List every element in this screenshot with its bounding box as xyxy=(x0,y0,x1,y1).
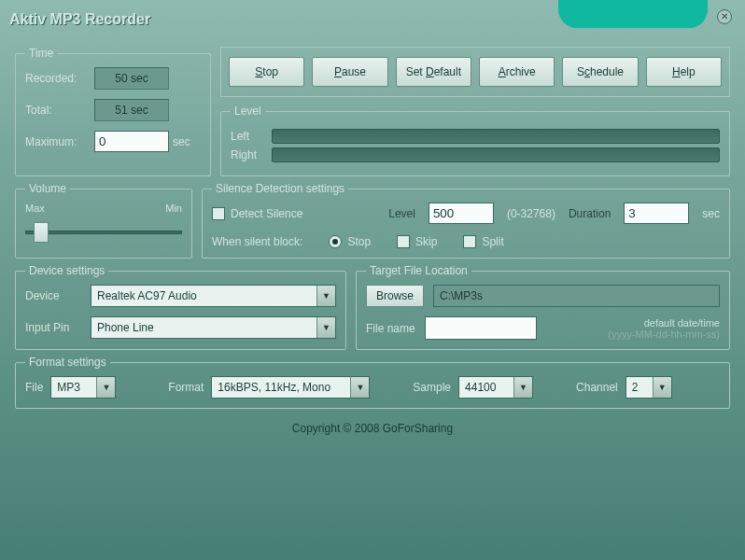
silence-level-label: Level xyxy=(388,207,415,220)
sample-select[interactable]: 44100 ▼ xyxy=(458,376,533,399)
channel-label: Channel xyxy=(576,381,618,394)
close-icon[interactable]: ✕ xyxy=(717,9,732,24)
silence-legend: Silence Detection settings xyxy=(212,182,348,195)
time-group: Time Recorded: 50 sec Total: 51 sec Maxi… xyxy=(15,47,211,176)
target-group: Target File Location Browse C:\MP3s File… xyxy=(356,264,730,350)
detect-silence-checkbox[interactable]: Detect Silence xyxy=(212,207,302,220)
silence-group: Silence Detection settings Detect Silenc… xyxy=(202,182,730,259)
schedule-button[interactable]: Schedule xyxy=(562,57,638,87)
filename-hint2: (yyyy-MM-dd-hh-mm-ss) xyxy=(546,329,720,340)
footer-copyright: Copyright © 2008 GoForSharing xyxy=(15,414,730,442)
file-select[interactable]: MP3 ▼ xyxy=(50,376,116,399)
level-left-label: Left xyxy=(231,130,264,143)
setdefault-button[interactable]: Set Default xyxy=(396,57,471,87)
file-label: File xyxy=(25,381,43,394)
chevron-down-icon: ▼ xyxy=(96,377,115,398)
chevron-down-icon: ▼ xyxy=(653,377,671,398)
filename-hint1: default date/time xyxy=(546,317,720,329)
maximum-input[interactable] xyxy=(94,131,169,152)
level-right-meter xyxy=(272,147,720,162)
sample-label: Sample xyxy=(413,381,451,394)
device-select[interactable]: Realtek AC97 Audio ▼ xyxy=(91,285,336,307)
maximum-label: Maximum: xyxy=(25,135,91,148)
device-group: Device settings Device Realtek AC97 Audi… xyxy=(15,264,346,350)
toolbar: Stop Pause Set Default Archive Schedule … xyxy=(220,47,730,97)
chevron-down-icon: ▼ xyxy=(513,377,532,398)
device-label: Device xyxy=(25,289,85,302)
device-legend: Device settings xyxy=(25,264,108,277)
level-group: Level Left Right xyxy=(220,105,730,176)
format-select[interactable]: 16kBPS, 11kHz, Mono ▼ xyxy=(211,376,370,399)
volume-max-label: Max xyxy=(25,203,45,214)
level-right-label: Right xyxy=(231,148,264,161)
filename-label: File name xyxy=(366,322,415,335)
target-path: C:\MP3s xyxy=(433,285,720,307)
stop-button[interactable]: Stop xyxy=(229,57,304,87)
when-silent-label: When silent block: xyxy=(212,235,302,248)
volume-slider[interactable] xyxy=(25,231,182,234)
format-group: Format settings File MP3 ▼ Format 16kBPS… xyxy=(15,356,730,409)
pause-button[interactable]: Pause xyxy=(312,57,387,87)
total-value: 51 sec xyxy=(94,99,169,121)
recorded-value: 50 sec xyxy=(94,67,169,90)
archive-button[interactable]: Archive xyxy=(479,57,555,87)
time-legend: Time xyxy=(25,47,57,60)
inputpin-label: Input Pin xyxy=(25,321,85,334)
volume-min-label: Min xyxy=(165,203,182,214)
inputpin-select[interactable]: Phone Line ▼ xyxy=(91,316,336,339)
volume-slider-thumb[interactable] xyxy=(34,222,49,243)
volume-legend: Volume xyxy=(25,182,70,195)
level-left-meter xyxy=(272,129,720,144)
level-legend: Level xyxy=(231,105,265,118)
title-notch xyxy=(558,0,708,28)
chevron-down-icon: ▼ xyxy=(316,286,335,306)
recorded-label: Recorded: xyxy=(25,72,91,85)
total-label: Total: xyxy=(25,104,91,117)
channel-select[interactable]: 2 ▼ xyxy=(626,376,672,399)
chevron-down-icon: ▼ xyxy=(350,377,369,398)
silence-duration-input[interactable] xyxy=(624,203,689,224)
silent-skip-checkbox[interactable]: Skip xyxy=(397,235,437,248)
silence-duration-unit: sec xyxy=(702,207,720,220)
filename-input[interactable] xyxy=(425,316,537,340)
silence-level-input[interactable] xyxy=(429,203,494,224)
volume-group: Volume Max Min xyxy=(15,182,192,259)
target-legend: Target File Location xyxy=(366,264,471,277)
silent-stop-radio[interactable]: Stop xyxy=(329,235,371,248)
browse-button[interactable]: Browse xyxy=(366,285,424,307)
silence-duration-label: Duration xyxy=(569,207,611,220)
format-label: Format xyxy=(168,381,204,394)
format-legend: Format settings xyxy=(25,356,110,369)
help-button[interactable]: Help xyxy=(646,57,722,87)
silent-split-checkbox[interactable]: Split xyxy=(463,235,503,248)
maximum-unit: sec xyxy=(173,135,201,148)
chevron-down-icon: ▼ xyxy=(316,317,335,338)
silence-level-range: (0-32768) xyxy=(507,207,555,220)
